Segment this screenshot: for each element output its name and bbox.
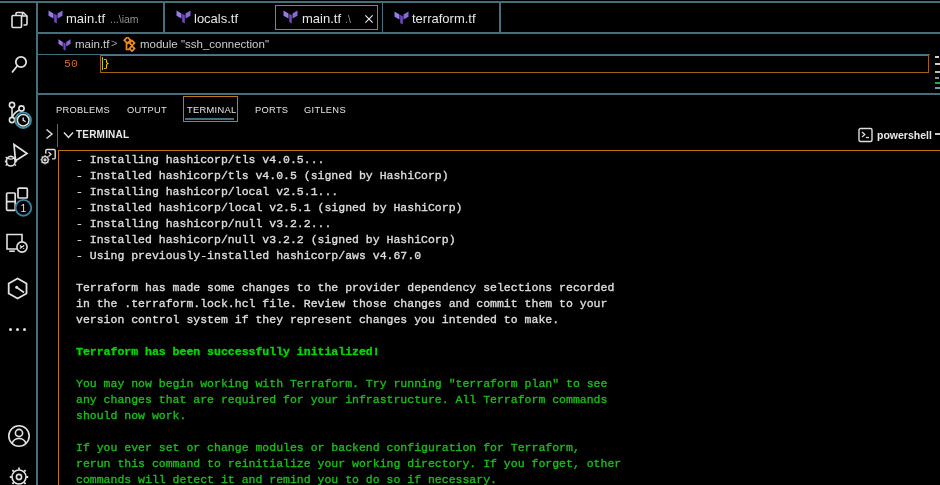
svg-text:1: 1	[20, 202, 26, 214]
